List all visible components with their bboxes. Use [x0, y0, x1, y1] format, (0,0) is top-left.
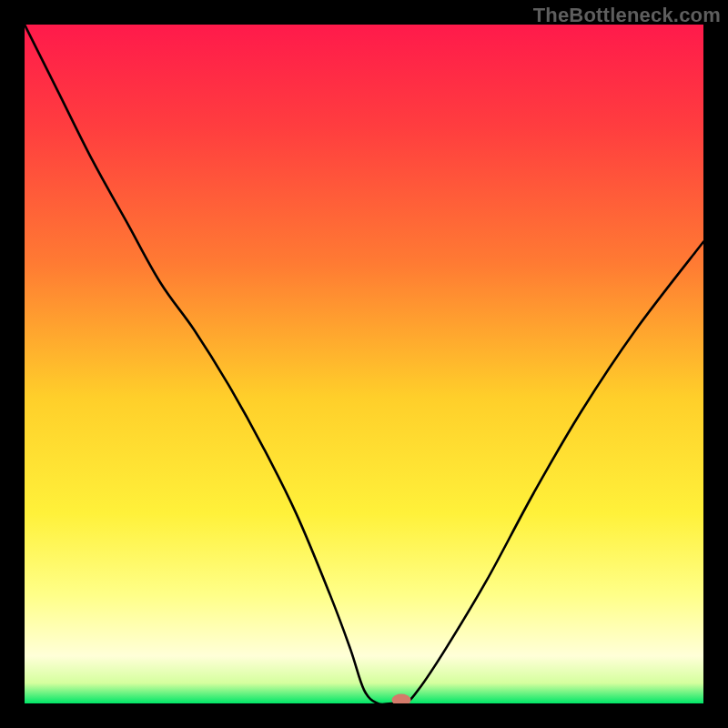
chart-svg	[25, 25, 703, 703]
chart-frame: TheBottleneck.com	[0, 0, 728, 728]
watermark-label: TheBottleneck.com	[533, 4, 721, 27]
chart-plot-area	[25, 25, 703, 703]
chart-background-gradient	[25, 25, 703, 703]
